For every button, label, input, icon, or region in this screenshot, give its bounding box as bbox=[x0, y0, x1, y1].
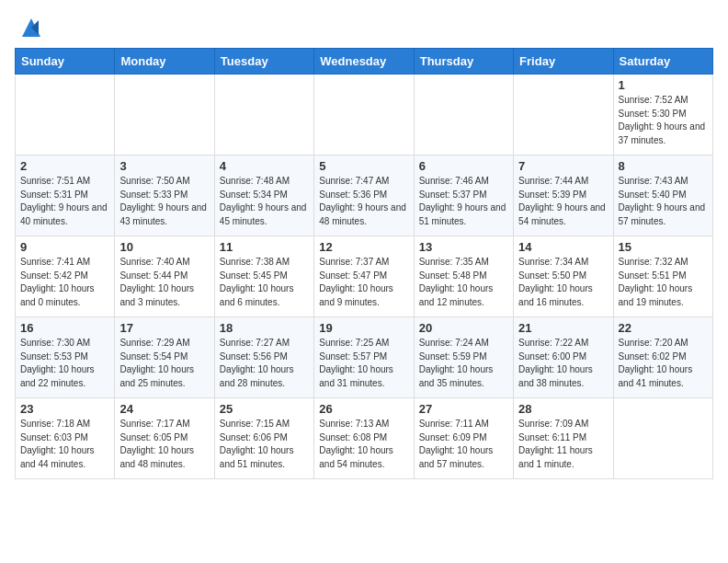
day-number: 18 bbox=[220, 321, 309, 335]
calendar-cell: 15Sunrise: 7:32 AM Sunset: 5:51 PM Dayli… bbox=[613, 236, 712, 317]
calendar-cell: 22Sunrise: 7:20 AM Sunset: 6:02 PM Dayli… bbox=[613, 317, 712, 398]
calendar-cell bbox=[214, 75, 313, 155]
day-number: 13 bbox=[419, 240, 508, 254]
day-info: Sunrise: 7:34 AM Sunset: 5:50 PM Dayligh… bbox=[518, 256, 608, 309]
calendar-cell: 12Sunrise: 7:37 AM Sunset: 5:47 PM Dayli… bbox=[314, 236, 414, 317]
logo-icon bbox=[18, 15, 44, 40]
day-number: 2 bbox=[20, 159, 109, 173]
day-info: Sunrise: 7:46 AM Sunset: 5:37 PM Dayligh… bbox=[419, 175, 508, 228]
day-number: 22 bbox=[619, 321, 708, 335]
day-number: 16 bbox=[20, 321, 109, 335]
calendar-cell bbox=[613, 398, 712, 479]
header-tuesday: Tuesday bbox=[214, 49, 313, 75]
calendar-cell bbox=[314, 75, 414, 155]
day-number: 27 bbox=[419, 402, 508, 416]
day-info: Sunrise: 7:47 AM Sunset: 5:36 PM Dayligh… bbox=[319, 175, 408, 228]
calendar-cell: 10Sunrise: 7:40 AM Sunset: 5:44 PM Dayli… bbox=[115, 236, 214, 317]
calendar-cell: 21Sunrise: 7:22 AM Sunset: 6:00 PM Dayli… bbox=[514, 317, 613, 398]
calendar-cell bbox=[414, 75, 513, 155]
day-number: 3 bbox=[119, 159, 209, 173]
calendar-cell: 11Sunrise: 7:38 AM Sunset: 5:45 PM Dayli… bbox=[214, 236, 313, 317]
day-info: Sunrise: 7:30 AM Sunset: 5:53 PM Dayligh… bbox=[20, 337, 109, 390]
day-info: Sunrise: 7:44 AM Sunset: 5:39 PM Dayligh… bbox=[518, 175, 608, 228]
day-number: 9 bbox=[20, 240, 109, 254]
day-info: Sunrise: 7:50 AM Sunset: 5:33 PM Dayligh… bbox=[119, 175, 209, 228]
day-info: Sunrise: 7:41 AM Sunset: 5:42 PM Dayligh… bbox=[20, 256, 109, 309]
day-info: Sunrise: 7:51 AM Sunset: 5:31 PM Dayligh… bbox=[20, 175, 109, 228]
day-number: 25 bbox=[220, 402, 309, 416]
day-info: Sunrise: 7:09 AM Sunset: 6:11 PM Dayligh… bbox=[518, 418, 608, 471]
calendar-cell: 25Sunrise: 7:15 AM Sunset: 6:06 PM Dayli… bbox=[214, 398, 313, 479]
calendar-cell: 3Sunrise: 7:50 AM Sunset: 5:33 PM Daylig… bbox=[115, 155, 214, 236]
calendar-cell bbox=[115, 75, 214, 155]
day-number: 17 bbox=[119, 321, 209, 335]
day-number: 28 bbox=[518, 402, 608, 416]
calendar-cell: 13Sunrise: 7:35 AM Sunset: 5:48 PM Dayli… bbox=[414, 236, 513, 317]
calendar-cell bbox=[16, 75, 115, 155]
day-info: Sunrise: 7:24 AM Sunset: 5:59 PM Dayligh… bbox=[419, 337, 508, 390]
calendar-week-3: 16Sunrise: 7:30 AM Sunset: 5:53 PM Dayli… bbox=[16, 317, 713, 398]
header-saturday: Saturday bbox=[613, 49, 712, 75]
day-info: Sunrise: 7:35 AM Sunset: 5:48 PM Dayligh… bbox=[419, 256, 508, 309]
calendar-cell: 17Sunrise: 7:29 AM Sunset: 5:54 PM Dayli… bbox=[115, 317, 214, 398]
calendar-cell: 24Sunrise: 7:17 AM Sunset: 6:05 PM Dayli… bbox=[115, 398, 214, 479]
calendar-cell: 5Sunrise: 7:47 AM Sunset: 5:36 PM Daylig… bbox=[314, 155, 414, 236]
calendar-table: SundayMondayTuesdayWednesdayThursdayFrid… bbox=[15, 48, 713, 479]
day-number: 8 bbox=[619, 159, 708, 173]
day-info: Sunrise: 7:29 AM Sunset: 5:54 PM Dayligh… bbox=[119, 337, 209, 390]
calendar-week-2: 9Sunrise: 7:41 AM Sunset: 5:42 PM Daylig… bbox=[16, 236, 713, 317]
day-number: 5 bbox=[319, 159, 408, 173]
day-info: Sunrise: 7:18 AM Sunset: 6:03 PM Dayligh… bbox=[20, 418, 109, 471]
day-number: 6 bbox=[419, 159, 508, 173]
day-info: Sunrise: 7:15 AM Sunset: 6:06 PM Dayligh… bbox=[220, 418, 309, 471]
calendar-header-row: SundayMondayTuesdayWednesdayThursdayFrid… bbox=[16, 49, 713, 75]
calendar-cell: 27Sunrise: 7:11 AM Sunset: 6:09 PM Dayli… bbox=[414, 398, 513, 479]
header-sunday: Sunday bbox=[16, 49, 115, 75]
day-number: 12 bbox=[319, 240, 408, 254]
day-info: Sunrise: 7:52 AM Sunset: 5:30 PM Dayligh… bbox=[619, 94, 708, 147]
page-header bbox=[15, 15, 713, 40]
day-number: 19 bbox=[319, 321, 408, 335]
day-number: 24 bbox=[119, 402, 209, 416]
day-info: Sunrise: 7:43 AM Sunset: 5:40 PM Dayligh… bbox=[619, 175, 708, 228]
day-info: Sunrise: 7:22 AM Sunset: 6:00 PM Dayligh… bbox=[518, 337, 608, 390]
calendar-cell: 8Sunrise: 7:43 AM Sunset: 5:40 PM Daylig… bbox=[613, 155, 712, 236]
day-info: Sunrise: 7:11 AM Sunset: 6:09 PM Dayligh… bbox=[419, 418, 508, 471]
day-number: 14 bbox=[518, 240, 608, 254]
calendar-cell: 1Sunrise: 7:52 AM Sunset: 5:30 PM Daylig… bbox=[613, 75, 712, 155]
day-number: 20 bbox=[419, 321, 508, 335]
day-info: Sunrise: 7:38 AM Sunset: 5:45 PM Dayligh… bbox=[220, 256, 309, 309]
day-info: Sunrise: 7:27 AM Sunset: 5:56 PM Dayligh… bbox=[220, 337, 309, 390]
calendar-cell: 14Sunrise: 7:34 AM Sunset: 5:50 PM Dayli… bbox=[514, 236, 613, 317]
day-number: 23 bbox=[20, 402, 109, 416]
calendar-cell: 16Sunrise: 7:30 AM Sunset: 5:53 PM Dayli… bbox=[16, 317, 115, 398]
day-number: 26 bbox=[319, 402, 408, 416]
day-number: 11 bbox=[220, 240, 309, 254]
header-wednesday: Wednesday bbox=[314, 49, 414, 75]
logo bbox=[15, 15, 44, 40]
calendar-cell bbox=[514, 75, 613, 155]
calendar-cell: 7Sunrise: 7:44 AM Sunset: 5:39 PM Daylig… bbox=[514, 155, 613, 236]
day-info: Sunrise: 7:40 AM Sunset: 5:44 PM Dayligh… bbox=[119, 256, 209, 309]
header-monday: Monday bbox=[115, 49, 214, 75]
day-info: Sunrise: 7:17 AM Sunset: 6:05 PM Dayligh… bbox=[119, 418, 209, 471]
calendar-cell: 6Sunrise: 7:46 AM Sunset: 5:37 PM Daylig… bbox=[414, 155, 513, 236]
header-thursday: Thursday bbox=[414, 49, 513, 75]
calendar-week-4: 23Sunrise: 7:18 AM Sunset: 6:03 PM Dayli… bbox=[16, 398, 713, 479]
calendar-cell: 23Sunrise: 7:18 AM Sunset: 6:03 PM Dayli… bbox=[16, 398, 115, 479]
day-number: 1 bbox=[619, 78, 708, 92]
day-number: 4 bbox=[220, 159, 309, 173]
calendar-cell: 4Sunrise: 7:48 AM Sunset: 5:34 PM Daylig… bbox=[214, 155, 313, 236]
calendar-cell: 26Sunrise: 7:13 AM Sunset: 6:08 PM Dayli… bbox=[314, 398, 414, 479]
day-number: 10 bbox=[119, 240, 209, 254]
calendar-cell: 20Sunrise: 7:24 AM Sunset: 5:59 PM Dayli… bbox=[414, 317, 513, 398]
day-number: 15 bbox=[619, 240, 708, 254]
day-info: Sunrise: 7:20 AM Sunset: 6:02 PM Dayligh… bbox=[619, 337, 708, 390]
day-info: Sunrise: 7:13 AM Sunset: 6:08 PM Dayligh… bbox=[319, 418, 408, 471]
day-info: Sunrise: 7:48 AM Sunset: 5:34 PM Dayligh… bbox=[220, 175, 309, 228]
day-info: Sunrise: 7:37 AM Sunset: 5:47 PM Dayligh… bbox=[319, 256, 408, 309]
day-number: 7 bbox=[518, 159, 608, 173]
calendar-cell: 19Sunrise: 7:25 AM Sunset: 5:57 PM Dayli… bbox=[314, 317, 414, 398]
day-info: Sunrise: 7:25 AM Sunset: 5:57 PM Dayligh… bbox=[319, 337, 408, 390]
calendar-cell: 18Sunrise: 7:27 AM Sunset: 5:56 PM Dayli… bbox=[214, 317, 313, 398]
